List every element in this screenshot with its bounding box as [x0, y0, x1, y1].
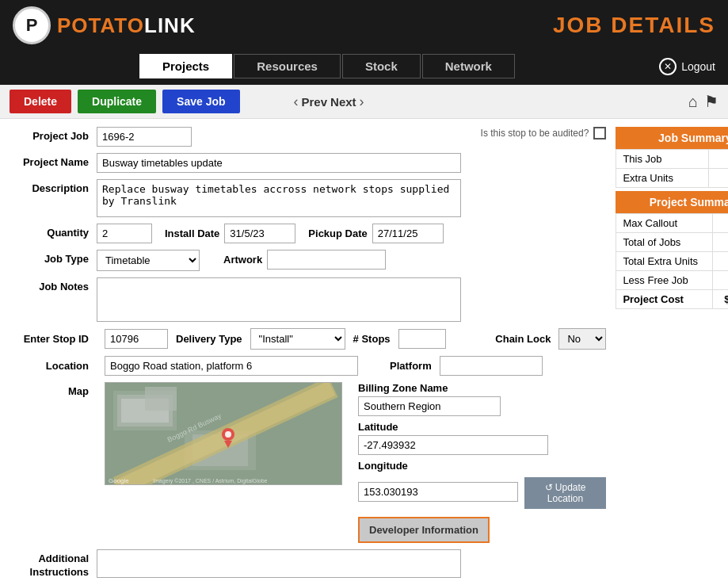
- home-icon[interactable]: ⌂: [688, 92, 698, 111]
- app-header: P POTATOLINK JOB DETAILS: [0, 0, 728, 51]
- description-input[interactable]: [97, 179, 461, 217]
- logo-icon: P: [13, 6, 51, 44]
- billing-col: Billing Zone Name Latitude Longitude ↺ U…: [350, 382, 606, 543]
- this-job-row: This Job $29.00: [616, 150, 728, 169]
- total-extra-units-row: Total Extra Units $96.00: [616, 252, 728, 271]
- longitude-input[interactable]: [358, 482, 518, 502]
- project-cost-label: Project Cost: [616, 290, 712, 309]
- project-job-label: Project Job: [10, 127, 97, 142]
- logout-icon: ✕: [659, 58, 677, 75]
- job-notes-input[interactable]: [97, 277, 461, 322]
- audit-checkbox[interactable]: [593, 127, 606, 140]
- install-date-input[interactable]: [224, 224, 295, 243]
- location-row: Location Platform: [10, 356, 606, 376]
- location-input[interactable]: [105, 356, 358, 376]
- artwork-label: Artwork: [223, 254, 262, 266]
- delete-button[interactable]: Delete: [10, 90, 71, 113]
- save-job-button[interactable]: Save Job: [162, 90, 239, 113]
- delivery-type-select[interactable]: "Install": [250, 328, 345, 350]
- this-job-value: $29.00: [709, 150, 728, 169]
- additional-instructions-label: Additional Instructions: [10, 549, 97, 579]
- logo-text: POTATOLINK: [57, 13, 196, 38]
- svg-point-12: [225, 431, 231, 438]
- latitude-input[interactable]: [358, 435, 548, 455]
- total-extra-units-label: Total Extra Units: [616, 252, 712, 271]
- logo-area: P POTATOLINK: [13, 6, 196, 44]
- project-job-input[interactable]: [97, 127, 192, 147]
- toolbar: Delete Duplicate Save Job ‹ Prev Next › …: [0, 85, 728, 119]
- num-stops-label: # Stops: [353, 333, 391, 345]
- job-type-select[interactable]: Timetable: [97, 250, 200, 271]
- longitude-section: Longitude ↺ Update Location: [358, 460, 606, 509]
- tab-network[interactable]: Network: [422, 54, 515, 78]
- next-label[interactable]: Next: [330, 95, 356, 109]
- extra-units-label: Extra Units: [616, 169, 709, 188]
- project-cost-value: $1196.00: [712, 290, 728, 309]
- logout-button[interactable]: ✕ Logout: [659, 58, 715, 75]
- svg-text:Google: Google: [109, 477, 129, 484]
- stop-id-label: Enter Stop ID: [10, 333, 97, 345]
- location-label: Location: [10, 360, 97, 372]
- description-label: Description: [10, 179, 97, 194]
- project-summary-table: Max Callout $230.00 Total of Jobs $899.0…: [616, 213, 728, 309]
- install-date-label: Install Date: [165, 228, 219, 239]
- toolbar-right: ⌂ ⚑: [688, 92, 718, 111]
- total-jobs-value: $899.00: [712, 233, 728, 252]
- project-name-input[interactable]: [97, 153, 461, 173]
- less-free-job-value: $29.00: [712, 271, 728, 290]
- max-callout-label: Max Callout: [616, 214, 712, 233]
- platform-label: Platform: [390, 360, 432, 372]
- main-content: Project Job Is this stop to be audited? …: [0, 119, 728, 585]
- stop-id-input[interactable]: [105, 329, 168, 349]
- total-extra-units-value: $96.00: [712, 252, 728, 271]
- tab-resources[interactable]: Resources: [234, 54, 341, 78]
- prev-label[interactable]: Prev: [302, 95, 328, 109]
- artwork-input[interactable]: [267, 250, 386, 270]
- update-location-button[interactable]: ↺ Update Location: [524, 477, 607, 509]
- map-label: Map: [10, 382, 97, 397]
- prev-arrow-icon[interactable]: ‹: [294, 94, 299, 110]
- tab-projects[interactable]: Projects: [139, 54, 232, 78]
- job-summary-table: This Job $29.00 Extra Units $6.00: [616, 149, 728, 188]
- tab-stock[interactable]: Stock: [342, 54, 421, 78]
- duplicate-button[interactable]: Duplicate: [78, 90, 156, 113]
- sidebar: Job Summary This Job $29.00 Extra Units …: [616, 127, 728, 585]
- next-arrow-icon[interactable]: ›: [360, 94, 364, 110]
- extra-units-row: Extra Units $6.00: [616, 169, 728, 188]
- max-callout-value: $230.00: [712, 214, 728, 233]
- additional-instructions-input[interactable]: [97, 549, 461, 578]
- billing-zone-section: Billing Zone Name: [358, 382, 606, 416]
- map-placeholder: Boggo Rd Busway Google Imagery ©2017 , C…: [105, 383, 341, 484]
- additional-instructions-row: Additional Instructions: [10, 549, 606, 579]
- map-image: Boggo Rd Busway Google Imagery ©2017 , C…: [105, 382, 342, 485]
- audit-wrapper: Is this stop to be audited?: [481, 127, 607, 140]
- job-notes-label: Job Notes: [10, 277, 97, 292]
- chain-lock-label: Chain Lock: [495, 333, 551, 345]
- delivery-type-label: Delivery Type: [176, 333, 242, 345]
- nav-arrows: ‹ Prev Next ›: [294, 94, 364, 110]
- description-row: Description: [10, 179, 606, 217]
- platform-input[interactable]: [440, 356, 543, 376]
- svg-rect-5: [145, 387, 177, 411]
- this-job-label: This Job: [616, 150, 709, 169]
- latitude-label: Latitude: [358, 421, 606, 433]
- pickup-date-label: Pickup Date: [308, 228, 367, 239]
- bookmark-icon[interactable]: ⚑: [704, 92, 718, 111]
- page-title: JOB DETAILS: [553, 13, 715, 38]
- logo-potato: POTATO: [57, 13, 144, 37]
- billing-zone-input[interactable]: [358, 396, 501, 416]
- chain-lock-select[interactable]: No: [558, 328, 606, 350]
- pickup-date-input[interactable]: [372, 224, 444, 243]
- form-area: Project Job Is this stop to be audited? …: [10, 127, 606, 585]
- job-notes-row: Job Notes: [10, 277, 606, 322]
- stop-id-row: Enter Stop ID Delivery Type "Install" # …: [10, 328, 606, 350]
- quantity-input[interactable]: [97, 224, 152, 243]
- longitude-label: Longitude: [358, 460, 606, 472]
- developer-info-button[interactable]: Developer Information: [358, 517, 490, 543]
- jobtype-row: Job Type Timetable Artwork: [10, 250, 606, 271]
- num-stops-input[interactable]: [398, 329, 446, 349]
- quantity-label: Quantity: [10, 224, 97, 239]
- job-type-label: Job Type: [10, 250, 97, 265]
- extra-units-value: $6.00: [709, 169, 728, 188]
- quantity-row: Quantity Install Date Pickup Date: [10, 224, 606, 243]
